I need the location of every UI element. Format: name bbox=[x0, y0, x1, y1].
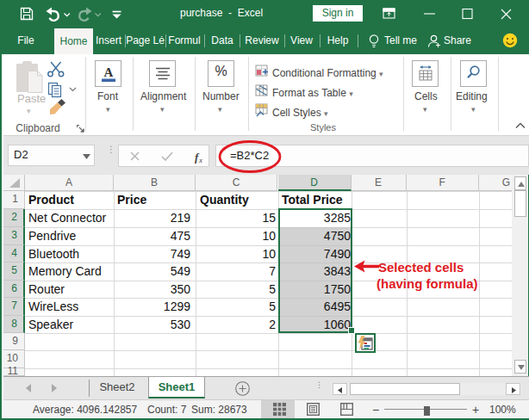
svg-text:x: x bbox=[198, 156, 202, 164]
svg-text:A: A bbox=[104, 65, 114, 79]
